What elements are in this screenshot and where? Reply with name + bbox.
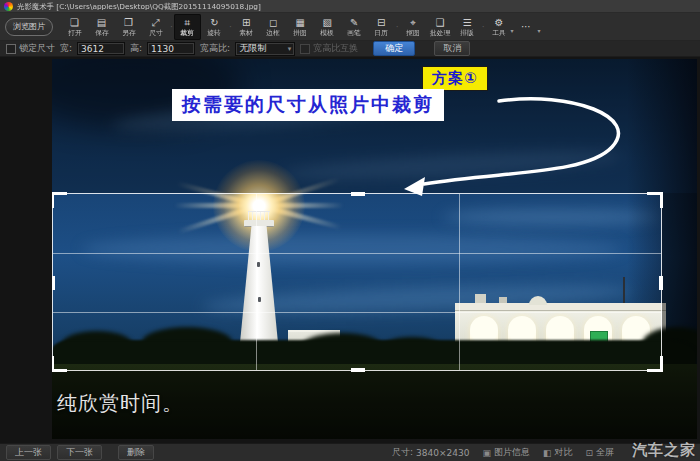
- delete-image-button[interactable]: 删除: [118, 445, 154, 460]
- toolbar-tool-tools[interactable]: ⚙工具▾: [486, 14, 513, 40]
- size-label: 尺寸:: [392, 446, 413, 459]
- image-info-label: 图片信息: [494, 446, 530, 459]
- compare-icon: ◧: [543, 448, 552, 458]
- compare-toggle[interactable]: ◧ 对比: [543, 446, 573, 459]
- toolbar-tool-label: 画笔: [347, 28, 361, 36]
- crop-options-bar: 锁定尺寸 宽: 高: 宽高比: 无限制 ▾ 宽高比互换 确定 取消: [0, 41, 700, 57]
- crop-handle-right[interactable]: [659, 276, 663, 290]
- toolbar-tool-collage[interactable]: ▦拼图: [287, 14, 314, 40]
- toolbar-tool-more-tools[interactable]: ⋯▾: [513, 14, 540, 40]
- app-window: 光影魔术手 [C:\Users\apples\Desktop\QQ截图20151…: [0, 0, 700, 461]
- toolbar-tool-calendar[interactable]: ⊟日历: [368, 14, 395, 40]
- toolbar-tool-open[interactable]: ❏打开: [61, 14, 88, 40]
- toolbar-tool-label: 另存: [122, 28, 136, 36]
- toolbar-tool-label: 工具: [492, 28, 506, 36]
- toolbar-tool-save[interactable]: ▤保存: [88, 14, 115, 40]
- toolbar-tool-label: 排版: [460, 28, 474, 36]
- collage-icon: ▦: [296, 17, 305, 28]
- toolbar-separator: ·: [482, 22, 485, 32]
- crop-handle-bottom-left[interactable]: [52, 356, 67, 372]
- batch-icon: ❑: [436, 17, 445, 28]
- crop-handle-top[interactable]: [351, 192, 365, 196]
- instruction-note: 按需要的尺寸从照片中裁剪: [172, 89, 444, 121]
- editor-stage: 纯欣赏时间。 方案① 按需要的尺寸从照片中裁剪: [0, 57, 700, 443]
- lock-size-checkbox[interactable]: 锁定尺寸: [6, 42, 55, 55]
- tools-icon: ⚙: [495, 17, 504, 28]
- toolbar-tool-label: 裁剪: [181, 28, 195, 36]
- toolbar-tool-cutout[interactable]: ⌖抠图: [400, 14, 427, 40]
- toolbar-tool-label: 旋转: [208, 28, 222, 36]
- toolbar-tool-label: 模板: [320, 28, 334, 36]
- toolbar-separator: ·: [396, 22, 399, 32]
- main-toolbar: 浏览图片 ❏打开▤保存❐另存⤢尺寸·⌗裁剪↻旋转·⊞素材◻边框▦拼图▧模板✎画笔…: [0, 13, 700, 41]
- toolbar-tool-label: 抠图: [406, 28, 420, 36]
- status-bar: 上一张 下一张 删除 尺寸: 3840×2430 ▣ 图片信息 ◧ 对比 ⊡ 全…: [0, 443, 700, 461]
- browse-images-button[interactable]: 浏览图片: [5, 18, 53, 36]
- checkbox-icon: [300, 44, 310, 54]
- save-icon: ▤: [97, 17, 106, 28]
- swap-ratio-checkbox[interactable]: 宽高比互换: [300, 42, 358, 55]
- width-label: 宽:: [60, 42, 72, 55]
- toolbar-tool-label: 尺寸: [149, 28, 163, 36]
- compare-label: 对比: [554, 446, 572, 459]
- crop-icon: ⌗: [185, 17, 191, 28]
- crop-height-input[interactable]: [147, 42, 195, 55]
- crop-cancel-button[interactable]: 取消: [434, 41, 470, 56]
- plan-badge: 方案①: [422, 66, 488, 91]
- crop-width-input[interactable]: [77, 42, 125, 55]
- aspect-ratio-value: 无限制: [239, 42, 266, 55]
- toolbar-tool-frame[interactable]: ◻边框: [260, 14, 287, 40]
- toolbar-tool-label: 批处理: [430, 28, 450, 36]
- crop-handle-bottom-right[interactable]: [647, 356, 663, 372]
- toolbar-tool-save-as[interactable]: ❐另存: [115, 14, 142, 40]
- thirds-gridline: [53, 312, 661, 313]
- image-info-toggle[interactable]: ▣ 图片信息: [482, 446, 530, 459]
- toolbar-separator: ·: [170, 22, 173, 32]
- image-size-readout: 尺寸: 3840×2430: [392, 446, 469, 459]
- photo-caption: 纯欣赏时间。: [57, 390, 183, 417]
- crop-marquee[interactable]: [52, 193, 662, 371]
- toolbar-tool-batch[interactable]: ❑批处理: [427, 14, 454, 40]
- toolbar-tools: ❏打开▤保存❐另存⤢尺寸·⌗裁剪↻旋转·⊞素材◻边框▦拼图▧模板✎画笔⊟日历·⌖…: [61, 13, 540, 40]
- toolbar-tool-layout[interactable]: ☰排版: [454, 14, 481, 40]
- crop-handle-left[interactable]: [52, 276, 55, 290]
- save-as-icon: ❐: [124, 17, 133, 28]
- rotate-icon: ↻: [210, 17, 218, 28]
- resize-icon: ⤢: [152, 17, 160, 28]
- toolbar-tool-label: 日历: [374, 28, 388, 36]
- fullscreen-toggle[interactable]: ⊡ 全屏: [585, 446, 614, 459]
- chevron-down-icon: ▾: [537, 27, 540, 34]
- toolbar-tool-crop[interactable]: ⌗裁剪: [174, 14, 201, 40]
- toolbar-tool-template[interactable]: ▧模板: [314, 14, 341, 40]
- toolbar-tool-resize[interactable]: ⤢尺寸: [142, 14, 169, 40]
- fullscreen-icon: ⊡: [585, 448, 593, 458]
- lock-size-label: 锁定尺寸: [19, 42, 55, 55]
- open-icon: ❏: [70, 17, 79, 28]
- crop-handle-bottom[interactable]: [351, 368, 365, 372]
- crop-confirm-button[interactable]: 确定: [373, 41, 415, 56]
- swap-ratio-label: 宽高比互换: [313, 42, 358, 55]
- brush-icon: ✎: [350, 17, 358, 28]
- toolbar-tool-brush[interactable]: ✎画笔: [341, 14, 368, 40]
- toolbar-tool-material[interactable]: ⊞素材: [233, 14, 260, 40]
- window-title: 光影魔术手 [C:\Users\apples\Desktop\QQ截图20151…: [17, 1, 261, 12]
- prev-image-button[interactable]: 上一张: [6, 445, 51, 460]
- layout-icon: ☰: [463, 17, 472, 28]
- aspect-ratio-select[interactable]: 无限制 ▾: [235, 42, 295, 56]
- toolbar-tool-label: 边框: [266, 28, 280, 36]
- status-right: 尺寸: 3840×2430 ▣ 图片信息 ◧ 对比 ⊡ 全屏: [392, 446, 614, 459]
- image-info-icon: ▣: [482, 448, 491, 458]
- toolbar-tool-label: 拼图: [293, 28, 307, 36]
- next-image-button[interactable]: 下一张: [57, 445, 102, 460]
- toolbar-tool-label: 保存: [95, 28, 109, 36]
- toolbar-tool-label: 素材: [239, 28, 253, 36]
- title-bar: 光影魔术手 [C:\Users\apples\Desktop\QQ截图20151…: [0, 0, 700, 13]
- fullscreen-label: 全屏: [596, 446, 614, 459]
- crop-handle-top-left[interactable]: [52, 192, 67, 208]
- height-label: 高:: [130, 42, 142, 55]
- toolbar-tool-rotate[interactable]: ↻旋转: [201, 14, 228, 40]
- toolbar-separator: ·: [229, 22, 232, 32]
- more-tools-icon: ⋯: [521, 21, 531, 32]
- calendar-icon: ⊟: [377, 17, 385, 28]
- crop-handle-top-right[interactable]: [647, 192, 663, 208]
